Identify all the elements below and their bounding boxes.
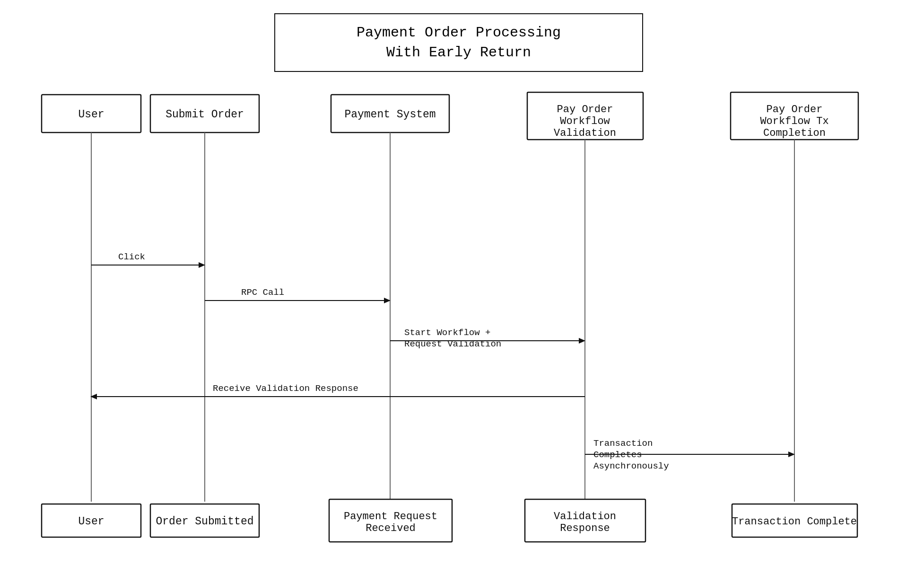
svg-text:Start Workflow +: Start Workflow + [404, 327, 490, 338]
svg-text:Response: Response [560, 522, 610, 534]
svg-text:User: User [78, 515, 104, 528]
svg-rect-44 [525, 499, 645, 542]
diagram-container: Payment Order Processing With Early Retu… [0, 0, 924, 584]
svg-rect-47 [732, 504, 857, 537]
svg-text:Received: Received [366, 522, 416, 534]
svg-rect-0 [42, 95, 141, 133]
svg-text:Click: Click [118, 252, 145, 262]
svg-marker-30 [90, 394, 97, 399]
svg-text:Workflow Tx: Workflow Tx [760, 115, 828, 127]
svg-rect-6 [527, 92, 643, 140]
svg-text:Payment Request: Payment Request [344, 511, 437, 522]
svg-marker-26 [579, 338, 585, 344]
svg-text:Request Validation: Request Validation [404, 339, 501, 349]
svg-text:RPC Call: RPC Call [241, 287, 284, 298]
diagram-title: Payment Order Processing With Early Retu… [274, 13, 643, 72]
svg-text:Pay Order: Pay Order [767, 104, 823, 115]
svg-rect-41 [329, 499, 452, 542]
svg-text:Validation: Validation [554, 127, 616, 139]
svg-text:Transaction: Transaction [593, 438, 653, 449]
svg-text:Order Submitted: Order Submitted [156, 515, 253, 528]
svg-text:Workflow: Workflow [560, 115, 610, 127]
svg-text:User: User [78, 108, 104, 121]
svg-text:Payment System: Payment System [344, 108, 436, 121]
diagram-svg: User Submit Order Payment System Pay Ord… [0, 0, 924, 584]
svg-rect-37 [42, 504, 141, 537]
svg-text:Validation: Validation [554, 511, 616, 522]
svg-marker-20 [199, 262, 205, 268]
svg-text:Receive Validation Response: Receive Validation Response [213, 383, 358, 394]
svg-text:Transaction Complete: Transaction Complete [732, 516, 857, 528]
svg-marker-33 [788, 451, 795, 457]
svg-rect-39 [150, 504, 259, 537]
svg-rect-4 [331, 95, 449, 133]
svg-text:Asynchronously: Asynchronously [593, 461, 669, 471]
svg-text:Completes: Completes [593, 450, 642, 460]
svg-rect-10 [731, 92, 858, 140]
svg-text:Pay Order: Pay Order [557, 104, 613, 115]
svg-marker-23 [384, 298, 391, 303]
svg-rect-2 [150, 95, 259, 133]
svg-text:Completion: Completion [763, 127, 826, 139]
svg-text:Submit Order: Submit Order [166, 108, 244, 121]
